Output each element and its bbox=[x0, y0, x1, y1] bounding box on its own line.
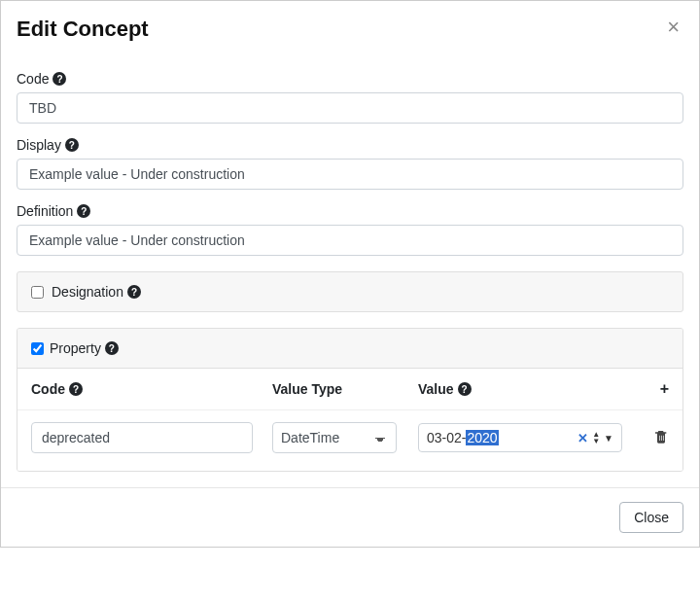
property-code-cell bbox=[31, 422, 272, 453]
property-label: Property ? bbox=[50, 340, 119, 356]
chevron-down-icon: ▼ bbox=[592, 438, 600, 444]
stepper-icon[interactable]: ▲ ▼ bbox=[592, 431, 600, 444]
help-icon[interactable]: ? bbox=[105, 341, 119, 355]
help-icon[interactable]: ? bbox=[127, 285, 141, 299]
definition-input[interactable] bbox=[17, 225, 683, 256]
property-value-cell: 03-02-2020 ✕ ▲ ▼ ▼ bbox=[418, 423, 640, 452]
property-table-header: Code ? Value Type Value ? + bbox=[18, 369, 682, 410]
datetime-input[interactable]: 03-02-2020 ✕ ▲ ▼ ▼ bbox=[418, 423, 622, 452]
property-actions-cell bbox=[640, 429, 669, 447]
property-checkbox[interactable] bbox=[31, 342, 44, 355]
definition-label: Definition ? bbox=[17, 203, 683, 219]
code-label: Code ? bbox=[17, 71, 683, 87]
definition-label-text: Definition bbox=[17, 203, 73, 219]
display-label: Display ? bbox=[17, 137, 683, 153]
col-header-actions: + bbox=[640, 380, 669, 398]
help-icon[interactable]: ? bbox=[77, 204, 90, 218]
display-input[interactable] bbox=[17, 159, 683, 190]
dropdown-icon[interactable]: ▼ bbox=[604, 433, 613, 444]
code-input[interactable] bbox=[17, 92, 683, 124]
definition-field-group: Definition ? bbox=[17, 203, 683, 256]
code-label-text: Code bbox=[17, 71, 49, 87]
property-panel: Property ? Code ? Value Type Value ? + bbox=[17, 328, 683, 472]
property-code-input[interactable] bbox=[31, 422, 253, 453]
modal-footer: Close bbox=[1, 487, 699, 547]
property-type-cell: DateTime bbox=[272, 422, 418, 453]
col-header-code: Code ? bbox=[31, 381, 272, 397]
property-type-select[interactable]: DateTime bbox=[272, 422, 397, 453]
modal-header: Edit Concept × bbox=[1, 1, 699, 50]
close-button[interactable]: Close bbox=[619, 502, 683, 533]
code-field-group: Code ? bbox=[17, 71, 683, 124]
property-panel-header: Property ? bbox=[18, 329, 682, 369]
datetime-controls: ✕ ▲ ▼ ▼ bbox=[578, 431, 613, 445]
designation-checkbox[interactable] bbox=[31, 286, 44, 299]
display-label-text: Display bbox=[17, 137, 61, 153]
help-icon[interactable]: ? bbox=[52, 72, 66, 86]
modal-title: Edit Concept bbox=[17, 17, 149, 42]
edit-concept-modal: Edit Concept × Code ? Display ? Definiti… bbox=[0, 0, 700, 548]
datetime-prefix: 03-02- bbox=[427, 430, 466, 445]
col-header-value-type: Value Type bbox=[272, 381, 418, 397]
col-header-value: Value ? bbox=[418, 381, 640, 397]
property-row: DateTime 03-02-2020 ✕ ▲ ▼ bbox=[18, 410, 682, 471]
datetime-value: 03-02-2020 bbox=[427, 430, 499, 445]
property-label-text: Property bbox=[50, 340, 101, 356]
help-icon[interactable]: ? bbox=[458, 382, 472, 396]
designation-label: Designation ? bbox=[52, 284, 141, 300]
modal-body: Code ? Display ? Definition ? Desi bbox=[1, 50, 699, 487]
help-icon[interactable]: ? bbox=[69, 382, 83, 396]
add-property-button[interactable]: + bbox=[660, 380, 669, 397]
clear-icon[interactable]: ✕ bbox=[578, 431, 588, 445]
display-field-group: Display ? bbox=[17, 137, 683, 190]
col-header-code-text: Code bbox=[31, 381, 65, 397]
help-icon[interactable]: ? bbox=[65, 138, 79, 152]
datetime-selected-segment: 2020 bbox=[466, 430, 498, 445]
trash-icon[interactable] bbox=[653, 429, 669, 444]
close-icon[interactable]: × bbox=[663, 17, 683, 38]
col-header-value-text: Value bbox=[418, 381, 454, 397]
designation-label-text: Designation bbox=[52, 284, 123, 300]
designation-panel: Designation ? bbox=[17, 271, 683, 312]
